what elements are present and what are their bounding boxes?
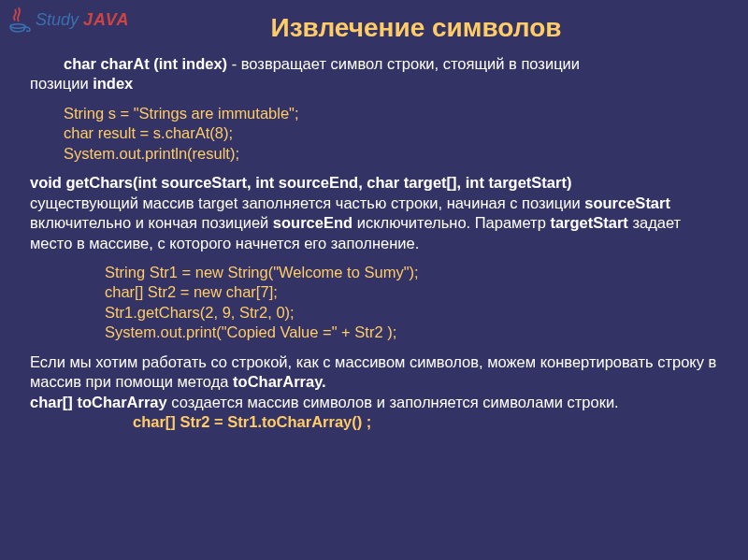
code-line: char[] Str2 = Str1.toCharArray() ; — [133, 413, 371, 430]
logo-java: JAVA — [83, 10, 129, 29]
text-b: sourceStart — [584, 194, 670, 211]
text: Если мы хотим работать со строкой, как с… — [30, 353, 716, 390]
code-block-3: char[] Str2 = Str1.toCharArray() ; — [30, 412, 720, 432]
code-line: String s = "Strings are immutable"; — [64, 104, 720, 123]
code-line: System.out.print("Copied Value =" + Str2… — [105, 323, 720, 342]
getchars-signature: void getChars(int sourceStart, int sourc… — [30, 174, 571, 191]
code-block-2: String Str1 = new String("Welcome to Sum… — [30, 263, 720, 343]
charat-desc-a: - возвращает символ строки, стоящий в по… — [227, 55, 580, 72]
coffee-cup-icon — [7, 6, 32, 34]
code-line: char[] Str2 = new char[7]; — [105, 282, 720, 302]
text-b: targetStart — [550, 214, 627, 231]
slide-title: Извлечение символов — [84, 0, 748, 43]
text-b: sourceEnd — [273, 214, 352, 231]
code-line: Str1.getChars(2, 9, Str2, 0); — [105, 303, 720, 323]
logo: Study JAVA — [7, 6, 129, 34]
text-b: toCharArray. — [233, 373, 326, 390]
paragraph-tochararray: Если мы хотим работать со строкой, как с… — [30, 352, 720, 412]
code-line: System.out.println(result); — [64, 144, 720, 164]
logo-text: Study JAVA — [36, 10, 129, 30]
charat-signature: char charAt (int index) — [64, 55, 227, 72]
text: исключительно. Параметр — [352, 214, 550, 231]
charat-desc-b: index — [93, 75, 133, 92]
text-b: char[] toCharArray — [30, 394, 167, 410]
code-line: String Str1 = new String("Welcome to Sum… — [105, 263, 720, 282]
slide-content: char charAt (int index) - возвращает сим… — [0, 43, 748, 432]
code-line: char result = s.charAt(8); — [64, 123, 720, 143]
charat-desc-prefix: позиции — [30, 75, 93, 92]
text: существующий массив target заполняется ч… — [30, 194, 584, 211]
text: включительно и кончая позицией — [30, 214, 273, 231]
paragraph-charat: char charAt (int index) - возвращает сим… — [30, 54, 720, 94]
logo-study: Study — [36, 10, 79, 29]
svg-point-0 — [10, 24, 25, 28]
text: создается массив символов и заполняется … — [167, 394, 619, 410]
paragraph-getchars: void getChars(int sourceStart, int sourc… — [30, 173, 720, 253]
code-block-1: String s = "Strings are immutable"; char… — [30, 104, 720, 164]
